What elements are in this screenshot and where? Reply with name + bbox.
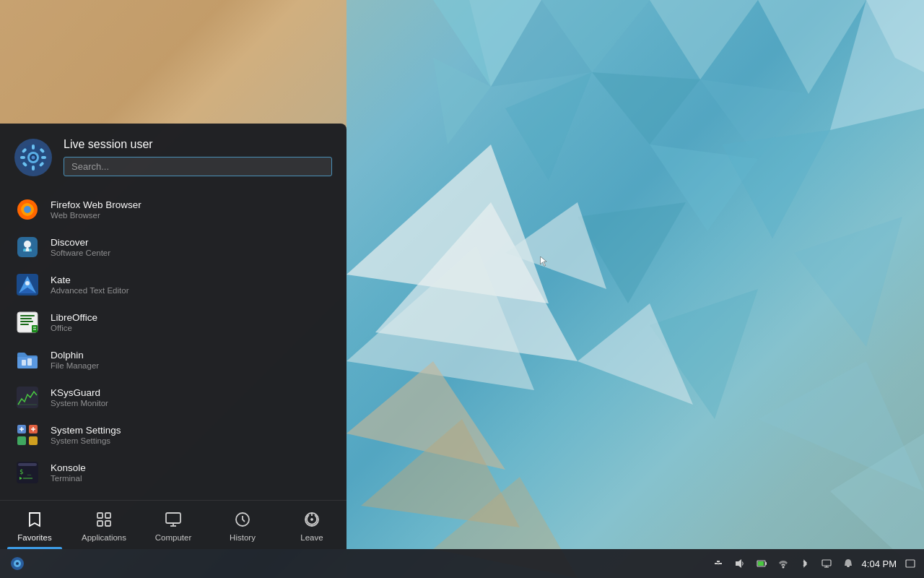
system-settings-icon bbox=[14, 422, 40, 448]
svg-rect-78 bbox=[97, 521, 103, 526]
grid-icon bbox=[94, 509, 114, 530]
svg-rect-98 bbox=[822, 560, 831, 566]
svg-point-43 bbox=[24, 206, 31, 213]
svg-rect-60 bbox=[27, 358, 32, 366]
search-input[interactable] bbox=[64, 157, 332, 176]
launcher-menu: Live session user Firefox Web Browser We… bbox=[0, 124, 346, 549]
discover-text: Discover Software Center bbox=[51, 237, 110, 257]
taskbar-notification-icon[interactable] bbox=[840, 556, 856, 571]
svg-rect-61 bbox=[17, 387, 38, 408]
nav-favorites[interactable]: Favorites bbox=[0, 501, 69, 549]
kate-icon bbox=[14, 272, 40, 298]
svg-rect-66 bbox=[29, 436, 38, 445]
svg-rect-56 bbox=[32, 325, 38, 332]
bookmark-icon bbox=[25, 509, 45, 530]
user-info: Live session user bbox=[64, 138, 332, 176]
taskbar-screen-icon[interactable] bbox=[902, 556, 918, 571]
app-item-kate[interactable]: Kate Advanced Text Editor bbox=[0, 266, 346, 303]
discover-icon bbox=[14, 234, 40, 260]
svg-rect-76 bbox=[97, 513, 103, 518]
start-button[interactable] bbox=[6, 552, 29, 575]
app-item-system-settings[interactable]: System Settings System Settings bbox=[0, 416, 346, 454]
svg-point-97 bbox=[782, 566, 784, 569]
app-item-firefox[interactable]: Firefox Web Browser Web Browser bbox=[0, 191, 346, 228]
svg-rect-95 bbox=[765, 562, 767, 565]
svg-point-47 bbox=[23, 249, 26, 251]
svg-point-92 bbox=[717, 563, 719, 565]
nav-history[interactable]: History bbox=[208, 501, 277, 549]
svg-rect-32 bbox=[32, 165, 35, 171]
libreoffice-text: LibreOffice Office bbox=[51, 312, 97, 332]
svg-rect-79 bbox=[105, 521, 110, 526]
svg-rect-77 bbox=[105, 513, 110, 518]
ksysguard-icon bbox=[14, 384, 40, 410]
svg-rect-34 bbox=[41, 156, 46, 159]
taskbar-network-icon[interactable] bbox=[775, 556, 791, 571]
svg-point-45 bbox=[24, 241, 31, 248]
svg-point-89 bbox=[16, 562, 19, 565]
nav-leave[interactable]: Leave bbox=[277, 501, 346, 549]
taskbar-battery-icon[interactable] bbox=[754, 556, 770, 571]
clock-icon bbox=[232, 509, 253, 530]
libreoffice-icon bbox=[14, 309, 40, 335]
ksysguard-text: KSysGuard System Monitor bbox=[51, 387, 108, 407]
launcher-header: Live session user bbox=[0, 124, 346, 188]
kde-logo bbox=[17, 142, 49, 173]
svg-rect-54 bbox=[20, 321, 33, 322]
app-item-ksysguard[interactable]: KSysGuard System Monitor bbox=[0, 379, 346, 416]
svg-rect-52 bbox=[20, 315, 35, 316]
app-item-discover[interactable]: Discover Software Center bbox=[0, 228, 346, 266]
svg-point-40 bbox=[32, 155, 35, 159]
svg-rect-101 bbox=[906, 560, 915, 567]
kde-start-icon bbox=[9, 556, 25, 571]
taskbar-settings-icon[interactable] bbox=[710, 556, 726, 571]
taskbar-display-icon[interactable] bbox=[819, 556, 834, 571]
konsole-icon: $ _ bbox=[14, 460, 40, 486]
firefox-icon bbox=[14, 197, 40, 223]
app-item-konsole[interactable]: $ _ Konsole Terminal bbox=[0, 454, 346, 491]
leave-icon bbox=[302, 509, 322, 530]
dolphin-icon bbox=[14, 347, 40, 373]
svg-marker-93 bbox=[736, 559, 741, 568]
app-item-dolphin[interactable]: Dolphin File Manager bbox=[0, 341, 346, 379]
nav-applications[interactable]: Applications bbox=[69, 501, 139, 549]
svg-rect-91 bbox=[717, 561, 720, 562]
svg-rect-59 bbox=[22, 360, 26, 366]
taskbar-bluetooth-icon[interactable] bbox=[797, 556, 813, 571]
user-avatar bbox=[14, 139, 52, 176]
svg-rect-55 bbox=[20, 324, 29, 325]
svg-rect-72 bbox=[18, 463, 37, 466]
taskbar-volume-icon[interactable] bbox=[732, 556, 748, 571]
kate-text: Kate Advanced Text Editor bbox=[51, 275, 128, 295]
svg-rect-65 bbox=[17, 436, 26, 445]
konsole-text: Konsole Terminal bbox=[51, 462, 86, 483]
svg-point-50 bbox=[25, 281, 30, 285]
svg-rect-96 bbox=[758, 561, 764, 566]
app-list: Firefox Web Browser Web Browser Discover… bbox=[0, 188, 346, 494]
taskbar-right: 4:04 PM bbox=[710, 556, 918, 571]
svg-rect-80 bbox=[166, 513, 180, 523]
monitor-icon bbox=[163, 509, 183, 530]
dolphin-text: Dolphin File Manager bbox=[51, 350, 99, 370]
system-settings-text: System Settings System Settings bbox=[51, 425, 121, 445]
svg-rect-31 bbox=[32, 144, 35, 150]
firefox-text: Firefox Web Browser Web Browser bbox=[51, 199, 141, 220]
app-item-libreoffice[interactable]: LibreOffice Office bbox=[0, 303, 346, 341]
svg-point-48 bbox=[29, 249, 32, 251]
nav-computer[interactable]: Computer bbox=[139, 501, 208, 549]
svg-rect-53 bbox=[20, 318, 32, 319]
launcher-nav: Favorites Applications bbox=[0, 500, 346, 549]
taskbar: 4:04 PM bbox=[0, 549, 924, 578]
taskbar-left bbox=[6, 552, 710, 575]
user-name: Live session user bbox=[64, 138, 332, 151]
svg-rect-33 bbox=[20, 156, 25, 159]
svg-point-85 bbox=[311, 519, 313, 520]
taskbar-clock[interactable]: 4:04 PM bbox=[862, 558, 897, 569]
svg-text:$ _: $ _ bbox=[19, 468, 32, 475]
